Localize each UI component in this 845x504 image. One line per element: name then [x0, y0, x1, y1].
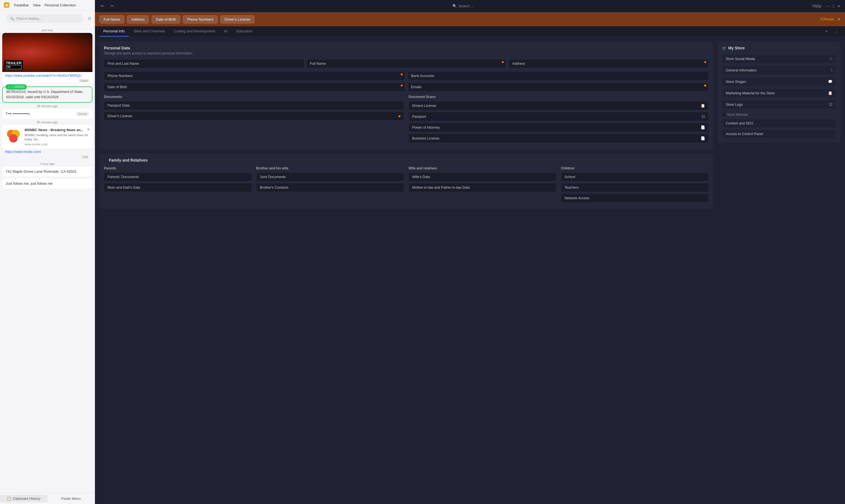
- pinned-item-address[interactable]: Address: [127, 15, 149, 23]
- family-grid: Parents Parents' Documents Mom and Dad's…: [104, 166, 709, 204]
- scissors-icon[interactable]: ✂: [109, 2, 115, 10]
- pinned-item-phone[interactable]: Phone Numbers: [183, 15, 217, 23]
- doc-drivers-license[interactable]: Driver's License: [104, 112, 404, 121]
- field-full-name[interactable]: Full Name: [306, 59, 507, 68]
- help-label[interactable]: Help: [811, 2, 823, 10]
- logo-icon: 🖼: [829, 103, 832, 107]
- brother-col-title: Brother and his wife: [256, 166, 404, 170]
- fields-row3: Date of Birth Emails: [104, 83, 709, 92]
- news-url-link[interactable]: https://www.msnbc.com/: [2, 149, 92, 154]
- mother-in-law-data[interactable]: Mother-in-law and Father-in-law Data: [408, 183, 557, 192]
- field-address[interactable]: Address: [509, 59, 709, 68]
- clip-item-news[interactable]: MSNBC News - Breaking News an... MSNBC b…: [2, 125, 92, 149]
- store-slogan[interactable]: Store Slogan 💬: [722, 77, 836, 86]
- content-seo[interactable]: Content and SEO: [722, 119, 836, 128]
- clipboard-history-btn[interactable]: 📋 Clipboard History: [0, 495, 48, 502]
- scan-passport[interactable]: Passport 🖼: [408, 112, 709, 121]
- tab-ai[interactable]: AI: [220, 26, 231, 37]
- fields-row2: Phone Numbers Bank Accounts: [104, 71, 709, 80]
- clip-item-video[interactable]: TRAILER HD https://www.youtube.com/watch…: [2, 33, 92, 84]
- store-website-items: Content and SEO Access to Control Panel: [722, 119, 836, 139]
- access-control-panel[interactable]: Access to Control Panel: [722, 129, 836, 139]
- store-website-subsection: ◎ Store Website: [722, 112, 836, 116]
- network-access[interactable]: Network Access: [561, 194, 709, 203]
- tab-personal-info[interactable]: Personal Info: [100, 26, 129, 37]
- video-url[interactable]: https://www.youtube.com/watch?v=AbvDnYW9…: [2, 72, 92, 78]
- minimize-btn[interactable]: ─: [827, 4, 829, 8]
- right-search-icon: 🔍: [452, 4, 457, 8]
- store-logo[interactable]: Store Logo 🖼: [722, 100, 836, 109]
- clip-item-secret[interactable]: T••t ••••••••••••n Secret: [2, 109, 92, 119]
- search-row: 🔍 Find in history... ☰: [0, 10, 95, 27]
- document-scans-title: Document Scans: [408, 95, 709, 99]
- news-content: MSNBC News - Breaking News an... MSNBC b…: [24, 128, 90, 146]
- scan-poa[interactable]: Power of Attorney 📄: [408, 123, 709, 132]
- parents-documents[interactable]: Parents' Documents: [104, 173, 252, 181]
- news-desc: MSNBC breaking news and the latest news …: [24, 133, 90, 142]
- documents-grid: Documents Passport Data Driver's License…: [104, 95, 709, 145]
- fields-row1: First and Last Name Full Name Address: [104, 59, 709, 68]
- clipboard-history-label: Clipboard History: [13, 497, 40, 501]
- filter-icon[interactable]: ☰: [88, 16, 91, 21]
- store-title: My Store: [728, 46, 745, 50]
- children-col-title: Children: [561, 166, 709, 170]
- close-btn[interactable]: ✕: [837, 4, 841, 8]
- personal-data-title: Personal Data: [104, 46, 709, 50]
- joint-documents[interactable]: Joint Documents: [256, 173, 404, 181]
- cart-icon: 🛒: [722, 46, 727, 50]
- copied-badge: ✓✓ COPIED: [5, 84, 27, 90]
- scan-biz-license[interactable]: Business License 📄: [408, 134, 709, 143]
- family-col-parents: Parents Parents' Documents Mom and Dad's…: [104, 166, 252, 204]
- search-placeholder: Find in history...: [16, 16, 79, 21]
- menu-pastebar[interactable]: PasteBar: [14, 3, 29, 7]
- wifes-data[interactable]: Wife's Data: [408, 173, 557, 181]
- pinned-close-icon[interactable]: ✕: [837, 17, 841, 21]
- news-close-icon[interactable]: ✕: [87, 127, 90, 132]
- school[interactable]: School: [561, 173, 709, 181]
- right-search-bar[interactable]: 🔍 Search ...: [452, 4, 474, 8]
- pencil-icon[interactable]: ✏: [100, 2, 105, 10]
- main-content: Personal Data Storage and quick access t…: [95, 37, 845, 504]
- tab-education[interactable]: Education: [232, 26, 256, 37]
- pinned-item-license[interactable]: Driver's License: [220, 15, 254, 23]
- more-options-icon[interactable]: ⋮: [833, 28, 841, 35]
- tab-coding[interactable]: Coding and Development: [170, 26, 219, 37]
- paste-menu-btn[interactable]: Paste Menu: [48, 495, 95, 502]
- clip-item-copied[interactable]: ✓✓ COPIED 9876543210, issued by U.S. Dep…: [2, 87, 92, 103]
- menu-collection[interactable]: Personal Collection: [45, 3, 76, 7]
- field-phone-numbers[interactable]: Phone Numbers: [104, 71, 405, 80]
- maximize-btn[interactable]: □: [832, 4, 834, 8]
- field-bank-accounts[interactable]: Bank Accounts: [407, 71, 709, 80]
- field-dob[interactable]: Date of Birth: [104, 83, 405, 92]
- store-items: Store Social Media ⊙ General Information…: [722, 54, 836, 109]
- clip-item-address[interactable]: 742 Maple Grove Lane Riverside, CA 92501: [2, 167, 92, 176]
- marketing-icon: 📋: [828, 91, 832, 95]
- quote-text: Just follow me, just follow me: [5, 181, 53, 185]
- tab-actions: ＋ ⋮: [823, 28, 841, 35]
- mom-dad-data[interactable]: Mom and Dad's Data: [104, 183, 252, 192]
- bottom-bar: 📋 Clipboard History Paste Menu: [0, 493, 95, 504]
- teachers[interactable]: Teachers: [561, 183, 709, 192]
- field-first-last-name[interactable]: First and Last Name: [104, 59, 304, 68]
- docs-left: Documents Passport Data Driver's License: [104, 95, 404, 145]
- store-social-media[interactable]: Store Social Media ⊙: [722, 54, 836, 64]
- parents-col-title: Parents: [104, 166, 252, 170]
- tab-sites-channels[interactable]: Sites and Channels: [130, 26, 169, 37]
- address-text: 742 Maple Grove Lane Riverside, CA 92501: [5, 169, 76, 174]
- app-icon: 📋: [4, 2, 10, 8]
- app-title-bar: 📋 PasteBar View Personal Collection: [0, 0, 95, 10]
- scan-drivers-license[interactable]: Drivers License 📋: [408, 101, 709, 110]
- field-emails[interactable]: Emails: [407, 83, 709, 92]
- add-tab-icon[interactable]: ＋: [823, 28, 830, 35]
- store-marketing[interactable]: Marketing Material for the Store 📋: [722, 88, 836, 98]
- doc-passport-data[interactable]: Passport Data: [104, 101, 404, 110]
- pinned-item-fullname[interactable]: Full Name: [100, 15, 124, 23]
- content-left: Personal Data Storage and quick access t…: [100, 41, 713, 500]
- menu-view[interactable]: View: [33, 3, 40, 7]
- search-bar[interactable]: 🔍 Find in history...: [7, 14, 82, 23]
- clip-item-quote[interactable]: Just follow me, just follow me: [2, 179, 92, 188]
- brothers-contacts[interactable]: Brother's Contacts: [256, 183, 404, 192]
- pinned-item-dob[interactable]: Date of Birth: [152, 15, 180, 23]
- paste-menu-label: Paste Menu: [61, 497, 81, 501]
- store-general-info[interactable]: General Information ℹ: [722, 66, 836, 75]
